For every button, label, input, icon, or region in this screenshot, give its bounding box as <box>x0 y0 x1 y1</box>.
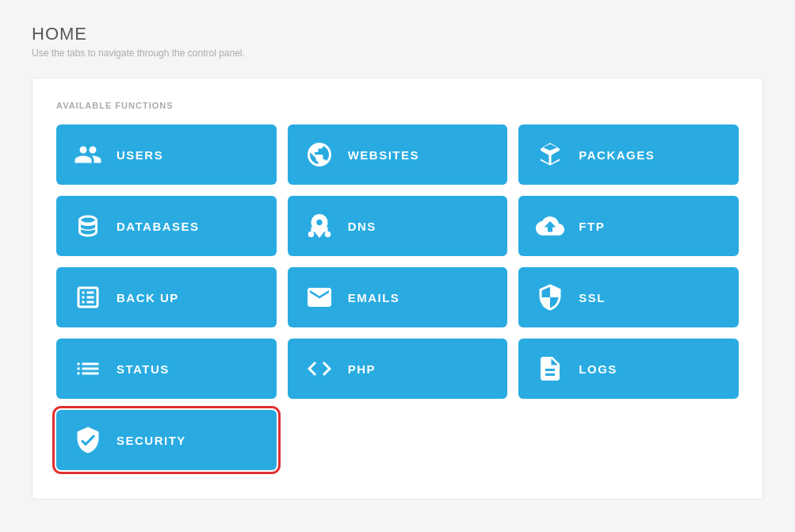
logs-icon <box>536 354 564 383</box>
tile-label-ssl: SSL <box>579 291 606 304</box>
tile-dns[interactable]: DNS <box>288 196 508 256</box>
tile-label-databases: DATABASES <box>117 220 200 233</box>
tile-ssl[interactable]: SSL <box>518 267 739 327</box>
tile-emails[interactable]: EMAILS <box>288 267 508 327</box>
tile-label-status: STATUS <box>117 362 170 376</box>
tile-status[interactable]: STATUS <box>56 339 277 399</box>
tile-label-users: USERS <box>117 148 163 162</box>
tile-packages[interactable]: PACKAGES <box>518 124 739 185</box>
section-label: AVAILABLE FUNCTIONS <box>56 101 739 110</box>
tile-label-logs: LOGS <box>579 362 617 376</box>
globe-icon <box>305 140 334 169</box>
page-wrapper: HOME Use the tabs to navigate through th… <box>0 0 795 523</box>
database-icon <box>74 212 102 240</box>
tile-label-php: PHP <box>348 362 376 376</box>
package-icon <box>536 140 564 169</box>
ssl-icon <box>536 283 564 312</box>
tile-label-ftp: FTP <box>579 220 605 233</box>
shield-icon <box>74 426 102 454</box>
svg-point-0 <box>308 232 314 238</box>
tile-label-packages: PACKAGES <box>579 148 655 162</box>
page-title: HOME <box>32 24 763 44</box>
status-icon <box>74 354 102 383</box>
tile-php[interactable]: PHP <box>288 339 508 399</box>
tile-security[interactable]: SECURITY <box>56 410 277 470</box>
tile-users[interactable]: USERS <box>56 124 277 185</box>
panel: AVAILABLE FUNCTIONS USERS WEBSITES PACKA… <box>32 78 763 499</box>
upload-icon <box>536 212 564 240</box>
tile-websites[interactable]: WEBSITES <box>288 124 508 185</box>
tile-backup[interactable]: BACK UP <box>56 267 277 327</box>
svg-point-1 <box>324 232 331 238</box>
email-icon <box>305 283 334 312</box>
tile-grid: USERS WEBSITES PACKAGES DATABASES DNS FT… <box>56 124 739 470</box>
tile-label-backup: BACK UP <box>117 291 179 304</box>
tile-label-dns: DNS <box>348 220 376 233</box>
dns-icon <box>305 212 334 240</box>
tile-ftp[interactable]: FTP <box>518 196 739 256</box>
tile-label-emails: EMAILS <box>348 291 400 304</box>
page-subtitle: Use the tabs to navigate through the con… <box>32 48 763 59</box>
tile-label-websites: WEBSITES <box>348 148 419 162</box>
tile-label-security: SECURITY <box>117 434 186 447</box>
tile-databases[interactable]: DATABASES <box>56 196 277 256</box>
code-icon <box>305 354 334 383</box>
backup-icon <box>74 283 102 312</box>
users-icon <box>74 140 102 169</box>
tile-logs[interactable]: LOGS <box>518 339 739 399</box>
